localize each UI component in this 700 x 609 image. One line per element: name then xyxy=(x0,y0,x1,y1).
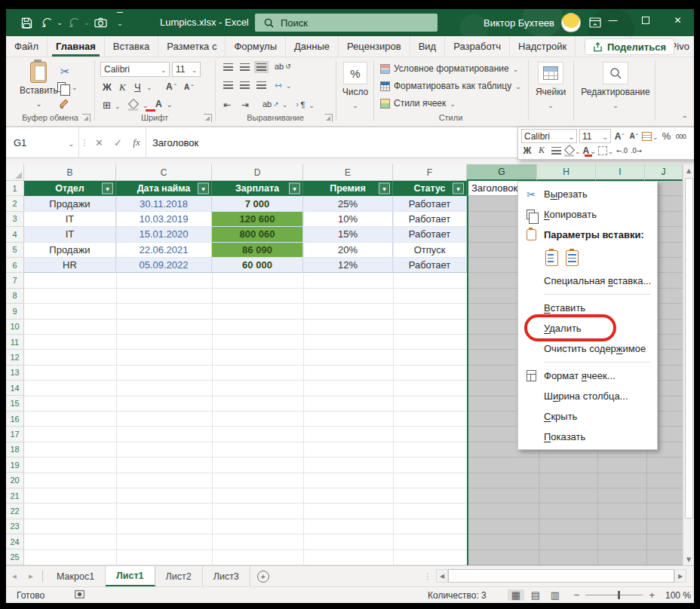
row-header-13[interactable]: 13 xyxy=(6,366,24,381)
save-icon[interactable] xyxy=(17,13,36,32)
decrease-font-icon[interactable]: Аˇ xyxy=(184,83,193,91)
filter-icon[interactable] xyxy=(198,183,209,194)
mini-increase-decimal-icon[interactable]: .0→ xyxy=(630,144,642,158)
cancel-icon[interactable]: ✕ xyxy=(90,127,109,158)
undo-icon[interactable]: ⤾ xyxy=(36,13,56,32)
cell-dept-row6[interactable]: HR xyxy=(24,258,116,273)
cells-group-button[interactable]: Ячейки xyxy=(531,62,570,110)
filter-icon[interactable] xyxy=(102,183,113,194)
column-header-J[interactable]: J xyxy=(645,164,683,181)
menu-item-delete[interactable]: Удалить xyxy=(518,318,657,338)
filter-icon[interactable] xyxy=(379,183,390,194)
column-header-I[interactable]: I xyxy=(596,164,645,181)
row-header-14[interactable]: 14 xyxy=(6,381,24,396)
account-area[interactable]: Виктор Бухтеев xyxy=(484,9,581,36)
scroll-up-icon[interactable]: ▲ xyxy=(683,164,694,176)
row-header-6[interactable]: 6 xyxy=(6,258,24,273)
font-color-icon[interactable]: А xyxy=(155,99,172,109)
number-dropdown-icon[interactable] xyxy=(352,99,358,110)
menu-item-show[interactable]: Показать xyxy=(518,427,657,447)
underline-button[interactable]: Ч xyxy=(134,81,141,93)
cell-styles-button[interactable]: Стили ячеек xyxy=(380,98,456,109)
align-center-icon[interactable] xyxy=(240,81,250,89)
cell-status-row5[interactable]: Отпуск xyxy=(393,243,467,258)
number-group-button[interactable]: % Число xyxy=(342,62,369,110)
horizontal-scrollbar[interactable]: ⋮ ◀ ▶ xyxy=(424,568,686,583)
close-button[interactable]: ✕ xyxy=(662,9,694,32)
wrap-text-icon[interactable]: ab↗ xyxy=(262,99,287,109)
zoom-in-icon[interactable]: + xyxy=(649,589,655,601)
row-header-18[interactable]: 18 xyxy=(6,442,24,458)
row-header-1[interactable]: 1 xyxy=(6,181,24,196)
paste-dropdown-icon[interactable] xyxy=(36,98,42,109)
clipboard-dialog-launcher-icon[interactable] xyxy=(82,114,91,122)
cell-status-row3[interactable]: Работает xyxy=(393,212,467,227)
increase-indent-icon[interactable]: ⇥ xyxy=(241,99,249,110)
font-dialog-launcher-icon[interactable] xyxy=(204,114,212,122)
row-header-11[interactable]: 11 xyxy=(6,335,24,350)
hscroll-resize-dots[interactable]: ⋮ xyxy=(424,572,431,580)
conditional-formatting-button[interactable]: Условное форматирование xyxy=(380,63,518,74)
paste-values-icon[interactable] xyxy=(566,250,579,266)
align-bottom-icon[interactable] xyxy=(256,63,266,71)
row-header-8[interactable]: 8 xyxy=(6,289,24,304)
row-header-22[interactable]: 22 xyxy=(6,503,24,519)
cell-salary-row6[interactable]: 60 000 xyxy=(212,258,303,273)
column-header-F[interactable]: F xyxy=(393,164,467,181)
ribbon-tab-8[interactable]: Разработч xyxy=(445,36,510,57)
row-header-24[interactable]: 24 xyxy=(6,534,24,549)
sheet-tab-Макрос1[interactable]: Макрос1 xyxy=(46,566,106,586)
cell-dept-row3[interactable]: IT xyxy=(24,212,116,227)
page-layout-view-icon[interactable]: ▤ xyxy=(527,589,544,601)
row-header-20[interactable]: 20 xyxy=(6,473,24,488)
bold-button[interactable]: Ж xyxy=(103,81,112,93)
zoom-slider[interactable] xyxy=(585,595,643,595)
collapse-ribbon-icon[interactable]: ⌃ xyxy=(682,115,688,123)
ribbon-tab-0[interactable]: Файл xyxy=(6,36,48,57)
align-top-icon[interactable] xyxy=(223,63,233,71)
mini-align-center-icon[interactable] xyxy=(550,144,562,158)
menu-item-hide[interactable]: Скрыть xyxy=(518,406,657,427)
column-header-D[interactable]: D xyxy=(212,164,303,181)
cell-salary-row5[interactable]: 86 090 xyxy=(212,243,303,258)
ribbon-tab-9[interactable]: Надстройк xyxy=(510,36,576,57)
align-middle-icon[interactable] xyxy=(240,63,250,71)
normal-view-icon[interactable]: ▦ xyxy=(508,589,524,601)
font-name-combo[interactable]: Calibri xyxy=(100,62,170,77)
ribbon-tab-5[interactable]: Данные xyxy=(286,36,339,57)
filter-icon[interactable] xyxy=(453,183,464,194)
menu-item-clear-contents[interactable]: Очистить содержимое xyxy=(518,338,657,359)
enter-icon[interactable]: ✓ xyxy=(109,127,127,158)
copy-icon[interactable] xyxy=(59,81,78,92)
data-table[interactable]: ОтделДата наймаЗарплатаПремияСтатусПрода… xyxy=(24,181,467,273)
undo-dropdown-icon[interactable] xyxy=(56,13,63,32)
zoom-out-icon[interactable]: − xyxy=(574,589,580,601)
row-header-7[interactable]: 7 xyxy=(6,273,24,288)
row-header-16[interactable]: 16 xyxy=(6,412,24,427)
row-header-10[interactable]: 10 xyxy=(6,320,24,335)
format-as-table-button[interactable]: Форматировать как таблицу xyxy=(380,81,521,91)
row-header-5[interactable]: 5 xyxy=(6,243,24,258)
cell-bonus-row5[interactable]: 20% xyxy=(303,243,393,258)
align-left-icon[interactable] xyxy=(223,81,233,89)
menu-item-column-width[interactable]: Ширина столбца... xyxy=(518,386,657,406)
cells-dropdown-icon[interactable] xyxy=(548,99,554,110)
align-right-icon[interactable] xyxy=(256,81,266,89)
cell-status-row4[interactable]: Работает xyxy=(393,227,467,242)
column-header-G[interactable]: G xyxy=(467,164,537,181)
column-header-C[interactable]: C xyxy=(116,164,212,181)
maximize-button[interactable] xyxy=(629,9,662,32)
camera-icon[interactable] xyxy=(91,13,110,32)
minimize-button[interactable]: — xyxy=(597,9,629,32)
menu-item-format-cells[interactable]: Формат ячеек... xyxy=(518,366,657,386)
paste-button[interactable]: Вставить xyxy=(20,62,58,109)
ribbon-tab-1[interactable]: Главная xyxy=(48,36,105,57)
cell-bonus-row2[interactable]: 25% xyxy=(303,196,393,211)
cut-icon[interactable]: ✂ xyxy=(60,65,70,78)
ribbon-tab-4[interactable]: Формулы xyxy=(226,36,286,57)
search-box[interactable]: Поиск xyxy=(255,14,438,32)
row-header-15[interactable]: 15 xyxy=(6,396,24,411)
vertical-scrollbar[interactable]: ▲ ▼ xyxy=(683,164,694,565)
menu-item-copy[interactable]: Копировать xyxy=(518,204,657,225)
underline-dropdown-icon[interactable] xyxy=(146,84,152,91)
